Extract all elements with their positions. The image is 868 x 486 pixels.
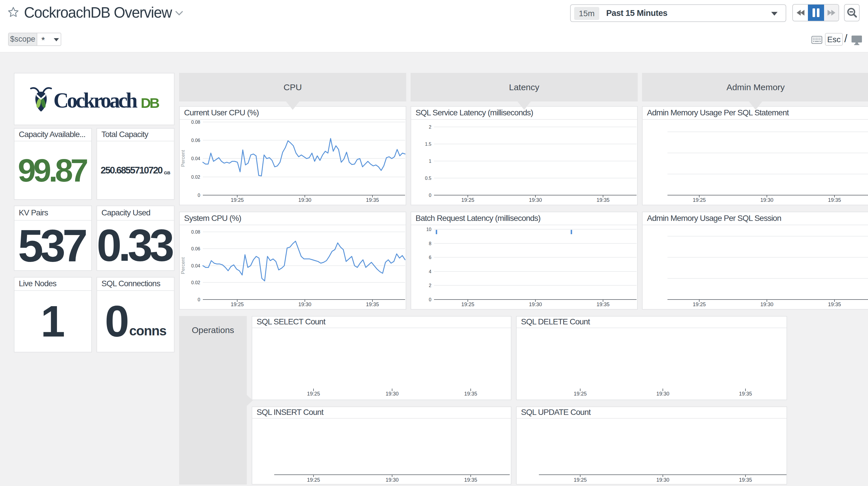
svg-text:19:35: 19:35 xyxy=(366,197,379,203)
svg-text:4: 4 xyxy=(429,269,431,274)
svg-text:19:35: 19:35 xyxy=(828,197,841,203)
svg-text:19:35: 19:35 xyxy=(596,302,610,307)
svg-text:19:30: 19:30 xyxy=(656,391,669,397)
svg-text:0.06: 0.06 xyxy=(191,138,200,143)
svg-text:0.02: 0.02 xyxy=(191,175,200,179)
svg-text:2: 2 xyxy=(429,283,431,288)
svg-text:19:25: 19:25 xyxy=(307,391,320,397)
svg-text:0.08: 0.08 xyxy=(191,120,200,124)
svg-text:0.5: 0.5 xyxy=(425,176,431,181)
svg-text:19:30: 19:30 xyxy=(298,302,311,307)
svg-text:19:25: 19:25 xyxy=(574,477,587,483)
svg-text:19:35: 19:35 xyxy=(366,302,379,307)
svg-text:DB: DB xyxy=(141,95,159,111)
svg-text:19:30: 19:30 xyxy=(385,391,399,397)
svg-text:0.02: 0.02 xyxy=(191,280,200,285)
svg-text:2: 2 xyxy=(429,124,431,130)
svg-text:0: 0 xyxy=(429,297,431,302)
svg-text:19:30: 19:30 xyxy=(760,197,773,203)
svg-text:19:30: 19:30 xyxy=(656,477,669,483)
svg-text:19:25: 19:25 xyxy=(230,302,244,307)
svg-text:19:30: 19:30 xyxy=(760,302,773,307)
svg-text:0: 0 xyxy=(198,193,200,198)
svg-text:6: 6 xyxy=(429,255,431,260)
svg-text:Percent: Percent xyxy=(180,257,186,274)
svg-text:0.04: 0.04 xyxy=(191,156,200,161)
svg-text:Percent: Percent xyxy=(180,150,186,167)
svg-text:19:30: 19:30 xyxy=(385,477,399,483)
svg-text:0.04: 0.04 xyxy=(191,263,200,268)
svg-text:19:30: 19:30 xyxy=(298,197,311,203)
svg-text:19:35: 19:35 xyxy=(464,477,477,483)
svg-text:19:25: 19:25 xyxy=(574,391,587,397)
svg-text:19:25: 19:25 xyxy=(307,477,320,483)
svg-text:0.06: 0.06 xyxy=(191,246,200,251)
svg-text:19:25: 19:25 xyxy=(230,197,244,203)
svg-text:10: 10 xyxy=(426,227,431,232)
svg-text:19:30: 19:30 xyxy=(529,302,542,307)
svg-text:1.5: 1.5 xyxy=(425,142,431,147)
svg-text:8: 8 xyxy=(429,241,431,246)
svg-text:1: 1 xyxy=(429,159,431,164)
svg-text:19:35: 19:35 xyxy=(739,477,752,483)
svg-text:Cockroach: Cockroach xyxy=(54,89,137,112)
svg-text:19:25: 19:25 xyxy=(461,302,474,307)
svg-text:19:25: 19:25 xyxy=(692,302,706,307)
svg-text:19:35: 19:35 xyxy=(828,302,841,307)
svg-text:19:35: 19:35 xyxy=(464,391,477,397)
svg-text:0: 0 xyxy=(198,297,200,302)
svg-text:19:25: 19:25 xyxy=(461,197,474,203)
svg-text:19:35: 19:35 xyxy=(739,391,752,397)
svg-text:19:25: 19:25 xyxy=(692,197,706,203)
svg-text:0: 0 xyxy=(429,193,431,198)
svg-text:0.08: 0.08 xyxy=(191,230,200,234)
svg-text:19:35: 19:35 xyxy=(596,197,610,203)
svg-text:19:30: 19:30 xyxy=(529,197,542,203)
